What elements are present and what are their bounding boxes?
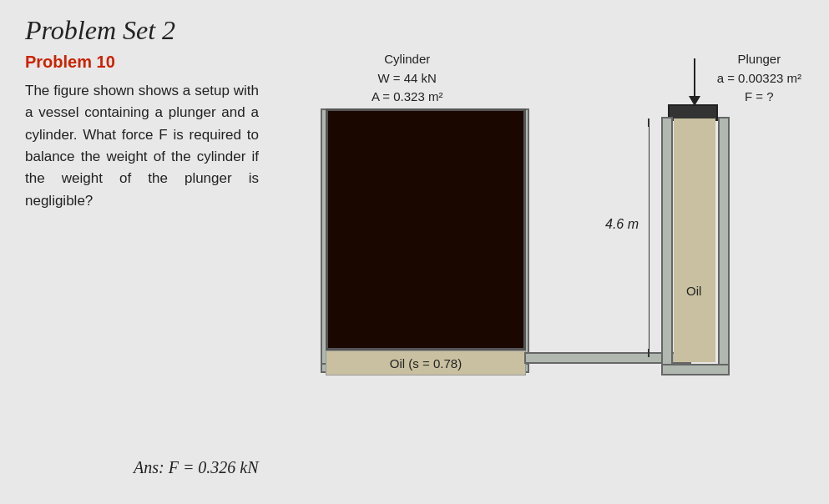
right-pipe-bottom [661,364,730,375]
dim-line-top [648,118,650,127]
answer-text: Ans: F = 0.326 kN [134,458,259,477]
cylinder-label-line2: W = 44 kN [372,69,442,88]
right-pipe-right-wall [718,117,730,367]
oil-label: Oil (s = 0.78) [326,350,526,375]
dim-line-bottom [648,349,650,357]
plunger-label-line2: a = 0.00323 m² [717,69,801,88]
problem-text: The figure shown shows a setup with a ve… [0,80,284,212]
plunger-label-line1: Plunger [717,50,801,69]
cylinder-label-line1: Cylinder [372,50,442,69]
oil-right-fill [674,118,715,362]
dim-line-vert [649,127,650,349]
main-cylinder [326,108,526,350]
page-title: Problem Set 2 [0,0,829,53]
diagram: Cylinder W = 44 kN A = 0.323 m² Plunger … [309,50,810,467]
cylinder-label: Cylinder W = 44 kN A = 0.323 m² [372,50,442,107]
right-pipe-left-wall [661,117,673,367]
oil-right-label: Oil [686,284,701,298]
arrow-line [694,58,695,96]
plunger-label: Plunger a = 0.00323 m² F = ? [717,50,801,107]
page: Problem Set 2 Problem 10 The figure show… [0,0,829,504]
height-label: 4.6 m [605,217,639,232]
cylinder-label-line3: A = 0.323 m² [372,88,442,107]
force-arrow [689,58,700,106]
plunger-label-line3: F = ? [717,88,801,107]
